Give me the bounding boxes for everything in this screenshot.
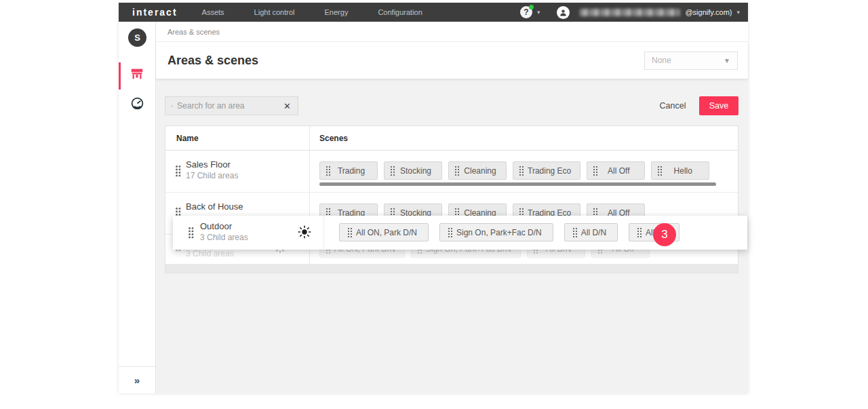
scene-chip-label: Hello bbox=[663, 166, 703, 176]
help-menu[interactable]: ? bbox=[520, 6, 532, 18]
scene-chip[interactable]: Cleaning bbox=[448, 161, 507, 180]
area-subtitle: 3 Child areas bbox=[186, 249, 234, 258]
drag-count-badge: 3 bbox=[653, 223, 676, 246]
scene-chip-label: All D/N bbox=[578, 228, 609, 237]
sidebar-item-areas[interactable] bbox=[119, 66, 155, 81]
scene-chip-label: All ON, Park D/N bbox=[353, 228, 420, 237]
scene-chip-label: Sign On, Park+Fac D/N bbox=[454, 228, 545, 237]
nav-item-light-control[interactable]: Light control bbox=[254, 8, 295, 16]
redacted-user-name bbox=[580, 9, 680, 16]
main-content: Areas & scenes Areas & scenes None ▼ bbox=[156, 22, 748, 393]
scene-chip[interactable]: All ON, Park D/N bbox=[339, 223, 429, 241]
save-button[interactable]: Save bbox=[699, 96, 738, 115]
area-subtitle: 17 Child areas bbox=[186, 171, 238, 180]
sidebar-footer: » bbox=[119, 366, 155, 393]
user-avatar[interactable] bbox=[557, 6, 570, 19]
drag-handle-icon[interactable] bbox=[176, 165, 182, 177]
drag-handle-icon[interactable] bbox=[448, 228, 454, 237]
chevron-down-icon: ▼ bbox=[724, 57, 730, 64]
drag-handle-icon[interactable] bbox=[637, 228, 643, 237]
site-avatar[interactable]: S bbox=[128, 28, 146, 47]
scene-chip[interactable]: Trading Eco bbox=[513, 161, 580, 180]
drag-handle-icon[interactable] bbox=[519, 166, 525, 176]
drag-handle-icon[interactable] bbox=[573, 228, 578, 237]
area-subtitle: 3 Child areas bbox=[200, 233, 248, 242]
overlay-divider bbox=[323, 216, 324, 250]
overlay-scenes: All ON, Park D/NSign On, Park+Fac D/NAll… bbox=[339, 223, 679, 241]
workspace: ✕ Cancel Save Name Scenes Sales Floor17 … bbox=[156, 79, 748, 393]
nav-right-cluster: ? ▾ @signify.com) ▾ bbox=[520, 6, 740, 19]
drag-handle-icon[interactable] bbox=[326, 166, 332, 176]
scene-chip-list: TradingStockingCleaningTrading EcoAll Of… bbox=[319, 161, 709, 180]
chevron-down-icon[interactable]: ▾ bbox=[537, 9, 540, 16]
person-icon bbox=[559, 8, 568, 17]
nav-item-configuration[interactable]: Configuration bbox=[378, 8, 422, 16]
area-name-block: Back of House bbox=[186, 201, 243, 212]
horizontal-scrollbar[interactable] bbox=[319, 182, 716, 186]
search-icon bbox=[171, 102, 173, 111]
scene-chip-label: Stocking bbox=[396, 166, 435, 176]
scene-chip[interactable]: All Off bbox=[587, 161, 645, 180]
drop-placeholder bbox=[165, 264, 738, 273]
app-window: interact AssetsLight controlEnergyConfig… bbox=[119, 3, 748, 393]
page-header: Areas & scenes None ▼ bbox=[156, 42, 748, 79]
interact-logo[interactable]: interact bbox=[132, 7, 178, 18]
breadcrumb-bar: Areas & scenes bbox=[156, 22, 748, 42]
search-input[interactable] bbox=[177, 101, 282, 111]
drag-handle-icon[interactable] bbox=[455, 166, 460, 176]
left-sidebar: S » bbox=[119, 22, 156, 393]
nav-menu: AssetsLight controlEnergyConfiguration bbox=[202, 8, 422, 16]
scene-chip[interactable]: Trading bbox=[319, 161, 378, 180]
dragged-row-name-block: Outdoor 3 Child areas bbox=[200, 221, 248, 242]
chevron-down-icon[interactable]: ▾ bbox=[736, 9, 740, 16]
filter-dropdown-value: None bbox=[652, 56, 671, 65]
drag-handle-icon[interactable] bbox=[189, 227, 195, 239]
user-email-domain: @signify.com) bbox=[685, 8, 732, 16]
cancel-button[interactable]: Cancel bbox=[654, 98, 692, 114]
drag-handle-icon[interactable] bbox=[658, 166, 663, 176]
column-header-scenes: Scenes bbox=[319, 126, 348, 151]
sidebar-item-dashboard[interactable] bbox=[119, 96, 155, 111]
search-box: ✕ bbox=[165, 96, 298, 115]
scene-chip-label: Cleaning bbox=[460, 166, 500, 176]
scene-chip[interactable]: Sign On, Park+Fac D/N bbox=[439, 223, 553, 241]
top-nav: interact AssetsLight controlEnergyConfig… bbox=[119, 3, 748, 22]
scene-chip[interactable]: Hello bbox=[651, 161, 709, 180]
nav-item-assets[interactable]: Assets bbox=[202, 8, 224, 16]
drag-handle-icon[interactable] bbox=[391, 166, 396, 176]
drag-handle-icon[interactable] bbox=[593, 166, 599, 176]
clear-search-icon[interactable]: ✕ bbox=[282, 101, 292, 111]
areas-table: Name Scenes Sales Floor17 Child areasTra… bbox=[165, 125, 738, 273]
expand-sidebar-button[interactable]: » bbox=[134, 374, 140, 386]
scene-chip-label: All Off bbox=[599, 166, 638, 176]
area-name: Outdoor bbox=[200, 221, 248, 231]
scene-chip[interactable]: Stocking bbox=[384, 161, 442, 180]
table-header: Name Scenes bbox=[165, 126, 738, 151]
nav-item-energy[interactable]: Energy bbox=[325, 8, 349, 16]
filter-dropdown[interactable]: None ▼ bbox=[644, 52, 738, 70]
area-name: Sales Floor bbox=[186, 159, 238, 170]
area-name-block: Sales Floor17 Child areas bbox=[186, 159, 238, 180]
drag-handle-icon[interactable] bbox=[348, 228, 353, 237]
page-title: Areas & scenes bbox=[167, 54, 258, 68]
area-name: Back of House bbox=[186, 201, 243, 212]
scene-chip-label: Trading Eco bbox=[525, 166, 574, 176]
table-row-sales-floor[interactable]: Sales Floor17 Child areasTradingStocking… bbox=[165, 151, 738, 193]
retail-store-icon bbox=[130, 66, 144, 81]
dashboard-gauge-icon bbox=[130, 96, 144, 111]
breadcrumb: Areas & scenes bbox=[167, 28, 220, 36]
column-header-name: Name bbox=[176, 126, 199, 151]
scene-chip-label: Trading bbox=[332, 166, 371, 176]
notification-dot bbox=[529, 5, 534, 9]
light-on-icon bbox=[297, 225, 312, 239]
scene-chip[interactable]: All D/N bbox=[564, 223, 618, 241]
